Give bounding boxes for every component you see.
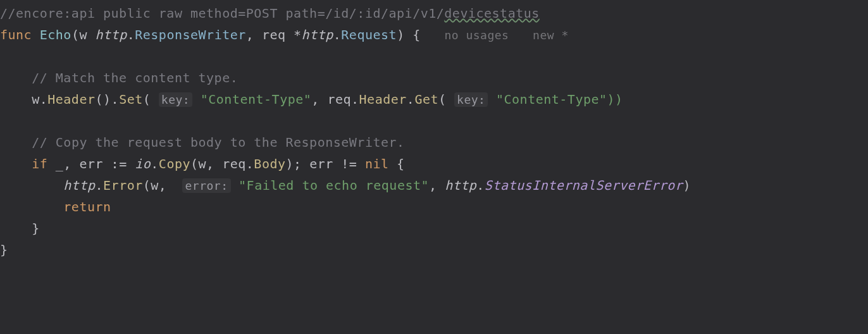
method-get: Get <box>414 92 438 107</box>
param-hint-key: key: <box>454 92 488 107</box>
comment: // Match the content type. <box>32 70 238 85</box>
func-copy: Copy <box>159 156 190 171</box>
keyword-if: if <box>32 156 47 171</box>
keyword-func: func <box>0 27 32 42</box>
brace: } <box>0 242 8 257</box>
code-text: ) { <box>397 27 421 42</box>
code-text: _, err := <box>47 156 135 171</box>
dot: . <box>96 178 104 193</box>
code-text: w. <box>0 92 47 107</box>
pkg-http: http <box>63 178 95 193</box>
func-name: Echo <box>40 27 71 42</box>
code-text: , req. <box>311 92 359 107</box>
paren: ( <box>143 92 159 107</box>
comment: // Copy the request body to the Response… <box>32 135 404 150</box>
string-literal: "Failed to echo request" <box>231 178 430 193</box>
code-text: , req * <box>246 27 302 42</box>
pkg-http: http <box>302 27 333 42</box>
method-header: Header <box>47 92 95 107</box>
dot: . <box>476 178 485 193</box>
code-text: (w, req. <box>190 156 254 171</box>
const-status: StatusInternalServerError <box>485 178 683 193</box>
pkg-http: http <box>96 27 127 42</box>
string-literal: "Content-Type" <box>192 92 311 107</box>
pkg-io: io <box>135 156 151 171</box>
code-text: (w <box>71 27 96 42</box>
param-hint-error: error: <box>182 178 230 193</box>
paren: ) <box>683 178 691 193</box>
type-request: Request <box>341 27 397 42</box>
code-text: (). <box>96 92 120 107</box>
func-error: Error <box>103 178 143 193</box>
pkg-http: http <box>445 178 476 193</box>
code-editor[interactable]: //encore:api public raw method=POST path… <box>0 0 868 261</box>
string-literal: "Content-Type")) <box>488 92 623 107</box>
method-header: Header <box>359 92 407 107</box>
paren: ( <box>438 92 454 107</box>
indent <box>0 178 63 193</box>
method-set: Set <box>119 92 143 107</box>
vcs-hint[interactable]: new * <box>533 28 569 42</box>
warning-squiggle: devicestatus <box>444 6 540 21</box>
paren: (w, <box>143 178 183 193</box>
type-responsewriter: ResponseWriter <box>135 27 246 42</box>
brace: { <box>389 156 405 171</box>
keyword-return: return <box>63 199 111 214</box>
usages-hint[interactable]: no usages <box>444 28 509 42</box>
dot: . <box>151 156 159 171</box>
code-text: ); err != <box>286 156 365 171</box>
brace: } <box>0 221 40 236</box>
comma: , <box>429 178 445 193</box>
param-hint-key: key: <box>159 92 192 107</box>
dot: . <box>407 92 415 107</box>
field-body: Body <box>254 156 285 171</box>
dot: . <box>127 27 135 42</box>
dot: . <box>333 27 342 42</box>
comment-directive: //encore:api public raw method=POST path… <box>0 6 540 21</box>
keyword-nil: nil <box>365 156 389 171</box>
